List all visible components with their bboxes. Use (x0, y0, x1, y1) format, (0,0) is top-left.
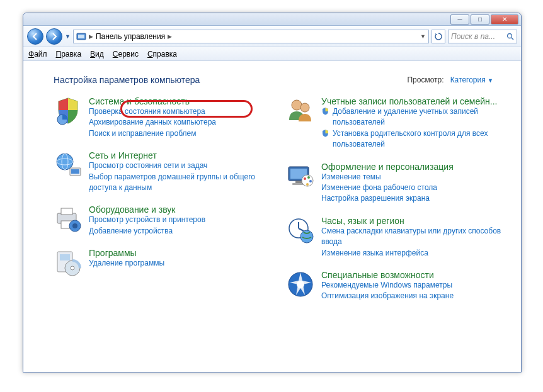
view-dropdown[interactable]: Категория ▼ (450, 76, 493, 84)
control-panel-window: ─ □ ✕ ▼ ▶ Панель управления ▶ ▼ Поиск в … (23, 13, 522, 372)
printer-icon (54, 204, 83, 233)
link-backup[interactable]: Архивирование данных компьютера (89, 117, 271, 128)
svg-point-28 (309, 180, 312, 182)
breadcrumb-control-panel[interactable]: Панель управления (96, 32, 165, 41)
search-icon (506, 33, 514, 40)
link-network-status[interactable]: Просмотр состояния сети и задач (89, 160, 271, 171)
svg-line-3 (512, 38, 513, 40)
svg-rect-1 (78, 35, 84, 38)
svg-rect-23 (295, 181, 302, 183)
search-input[interactable]: Поиск в па... (448, 30, 517, 43)
svg-rect-9 (71, 169, 79, 174)
nav-row: ▼ ▶ Панель управления ▶ ▼ Поиск в па... (23, 26, 521, 47)
minimize-button[interactable]: ─ (450, 14, 469, 25)
back-button[interactable] (27, 28, 43, 45)
globe-network-icon (54, 150, 83, 179)
link-accessibility[interactable]: Специальные возможности (321, 270, 434, 280)
right-column: Учетные записи пользователей и семейн...… (286, 96, 503, 302)
svg-point-14 (72, 223, 77, 228)
shield-icon (54, 96, 83, 125)
close-button[interactable]: ✕ (491, 14, 518, 25)
link-uninstall[interactable]: Удаление программы (89, 258, 271, 269)
svg-point-29 (306, 183, 309, 186)
clock-globe-icon (286, 216, 315, 245)
forward-button[interactable] (46, 28, 62, 45)
link-system-security[interactable]: Система и безопасность (89, 96, 190, 106)
svg-point-2 (508, 33, 512, 38)
page-title: Настройка параметров компьютера (54, 75, 200, 85)
uac-shield-icon (321, 129, 329, 137)
history-dropdown-icon[interactable]: ▼ (65, 33, 71, 40)
category-programs: Программы Удаление программы (54, 248, 271, 277)
link-troubleshoot[interactable]: Поиск и исправление проблем (89, 128, 271, 139)
svg-point-19 (292, 100, 302, 110)
monitor-palette-icon (286, 162, 315, 191)
category-network: Сеть и Интернет Просмотр состояния сети … (54, 150, 271, 193)
disc-box-icon (54, 248, 83, 277)
category-accessibility: Специальные возможности Рекомендуемые Wi… (286, 270, 503, 302)
svg-rect-16 (60, 254, 70, 260)
link-clock[interactable]: Часы, язык и регион (321, 216, 404, 226)
svg-rect-11 (61, 208, 72, 215)
view-label: Просмотр: (407, 76, 443, 84)
content-area: Настройка параметров компьютера Просмотр… (23, 61, 521, 372)
refresh-button[interactable] (432, 30, 445, 43)
link-optimize-display[interactable]: Оптимизация изображения на экране (321, 291, 503, 301)
link-recommended[interactable]: Рекомендуемые Windows параметры (321, 280, 503, 291)
uac-shield-icon (321, 107, 329, 115)
path-separator-icon: ▶ (89, 33, 93, 40)
link-add-remove-accounts[interactable]: Добавление и удаление учетных записей по… (321, 106, 503, 128)
address-dropdown-icon[interactable]: ▼ (420, 33, 426, 40)
svg-point-26 (304, 177, 306, 180)
chevron-down-icon: ▼ (488, 77, 493, 84)
titlebar: ─ □ ✕ (23, 13, 521, 26)
category-clock: Часы, язык и регион Смена раскладки клав… (286, 216, 503, 259)
menu-help[interactable]: Справка (147, 50, 177, 59)
menu-tools[interactable]: Сервис (113, 50, 139, 59)
link-users[interactable]: Учетные записи пользователей и семейн... (321, 96, 497, 106)
svg-point-20 (300, 103, 309, 112)
link-add-device[interactable]: Добавление устройства (89, 226, 271, 237)
category-users: Учетные записи пользователей и семейн...… (286, 96, 503, 150)
link-network[interactable]: Сеть и Интернет (89, 150, 157, 160)
menu-file[interactable]: Файл (28, 50, 47, 59)
category-system-security: Система и безопасность Проверка состояни… (54, 96, 271, 139)
users-icon (286, 96, 315, 125)
view-selector: Просмотр: Категория ▼ (407, 76, 493, 84)
link-keyboard-layout[interactable]: Смена раскладки клавиатуры или других сп… (321, 226, 503, 248)
left-column: Система и безопасность Проверка состояни… (54, 96, 271, 302)
svg-point-18 (71, 266, 74, 270)
address-bar[interactable]: ▶ Панель управления ▶ ▼ (73, 30, 429, 43)
link-devices[interactable]: Просмотр устройств и принтеров (89, 215, 271, 225)
menu-edit[interactable]: Правка (56, 50, 82, 59)
link-homegroup[interactable]: Выбор параметров домашней группы и общег… (89, 172, 271, 194)
link-change-theme[interactable]: Изменение темы (321, 172, 503, 182)
link-change-background[interactable]: Изменение фона рабочего стола (321, 182, 503, 193)
maximize-button[interactable]: □ (471, 14, 489, 25)
link-language[interactable]: Изменение языка интерфейса (321, 248, 503, 259)
path-separator-icon: ▶ (168, 33, 172, 40)
link-check-status[interactable]: Проверка состояния компьютера (89, 106, 271, 117)
category-hardware: Оборудование и звук Просмотр устройств и… (54, 204, 271, 237)
accessibility-icon (286, 270, 315, 299)
svg-point-5 (57, 154, 73, 170)
control-panel-icon (76, 31, 86, 42)
svg-point-27 (307, 176, 310, 179)
search-placeholder: Поиск в па... (451, 32, 495, 41)
category-appearance: Оформление и персонализация Изменение те… (286, 162, 503, 204)
link-programs[interactable]: Программы (89, 248, 137, 258)
link-hardware[interactable]: Оборудование и звук (89, 204, 176, 215)
menu-bar: Файл Правка Вид Сервис Справка (23, 47, 521, 61)
link-parental[interactable]: Установка родительского контроля для все… (321, 128, 503, 150)
svg-point-33 (300, 230, 313, 243)
link-appearance[interactable]: Оформление и персонализация (321, 162, 454, 172)
menu-view[interactable]: Вид (90, 50, 104, 59)
link-resolution[interactable]: Настройка разрешения экрана (321, 193, 503, 204)
